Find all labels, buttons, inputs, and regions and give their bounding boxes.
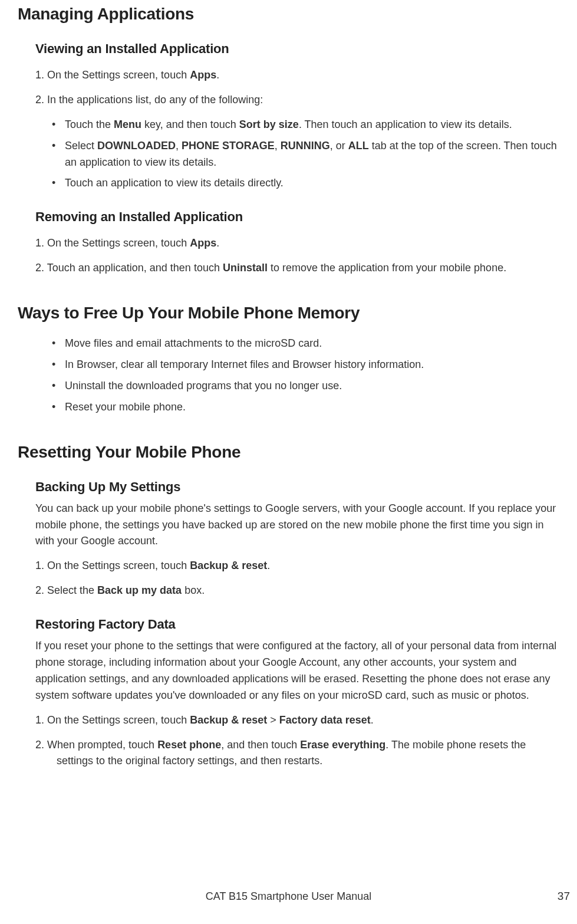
bullet-item: Reset your mobile phone. xyxy=(50,399,559,416)
bullet-text: , xyxy=(176,140,182,152)
step-text: . xyxy=(216,69,219,81)
bold-phone-storage: PHONE STORAGE xyxy=(182,140,275,152)
step-text: 1. On the Settings screen, touch xyxy=(35,69,190,81)
bullet-text: key, and then touch xyxy=(141,119,239,130)
heading-managing-applications: Managing Applications xyxy=(18,5,559,24)
viewing-step-1: 1. On the Settings screen, touch Apps. xyxy=(35,67,559,84)
heading-backup-settings: Backing Up My Settings xyxy=(35,479,559,495)
bullet-text: , xyxy=(275,140,281,152)
bold-backup-my-data: Back up my data xyxy=(97,584,182,596)
step-text: to remove the application from your mobi… xyxy=(268,262,506,274)
viewing-step-2: 2. In the applications list, do any of t… xyxy=(35,92,559,108)
backup-step-2: 2. Select the Back up my data box. xyxy=(35,583,559,599)
heading-resetting-phone: Resetting Your Mobile Phone xyxy=(18,443,559,462)
step-text: 2. Select the xyxy=(35,584,97,596)
removing-step-1: 1. On the Settings screen, touch Apps. xyxy=(35,235,559,252)
step-text: 1. On the Settings screen, touch xyxy=(35,560,190,571)
removing-step-2: 2. Touch an application, and then touch … xyxy=(35,260,559,277)
bullet-item: Touch the Menu key, and then touch Sort … xyxy=(50,117,559,133)
heading-restore-factory: Restoring Factory Data xyxy=(35,617,559,632)
bullet-text: Touch the xyxy=(65,119,114,130)
bold-sort-by-size: Sort by size xyxy=(239,119,299,130)
bold-all: ALL xyxy=(348,140,369,152)
bold-backup-reset: Backup & reset xyxy=(190,560,267,571)
step-text: box. xyxy=(182,584,205,596)
step-text: . xyxy=(267,560,270,571)
bold-apps: Apps xyxy=(190,237,216,249)
footer: CAT B15 Smartphone User Manual xyxy=(0,890,577,903)
step-text: 2. Touch an application, and then touch xyxy=(35,262,223,274)
step-text: 1. On the Settings screen, touch xyxy=(35,237,190,249)
bullet-text: , or xyxy=(330,140,348,152)
step-text: , and then touch xyxy=(221,739,300,751)
viewing-bullets: Touch the Menu key, and then touch Sort … xyxy=(50,117,559,192)
bold-apps: Apps xyxy=(190,69,216,81)
backup-paragraph: You can back up your mobile phone's sett… xyxy=(35,501,559,550)
restore-paragraph: If you reset your phone to the settings … xyxy=(35,638,559,704)
bullet-text: . Then touch an application to view its … xyxy=(299,119,512,130)
step-text: . xyxy=(216,237,219,249)
page-number: 37 xyxy=(558,890,570,903)
bullet-text: Touch an application to view its details… xyxy=(65,177,283,189)
step-text: 2. When prompted, touch xyxy=(35,739,157,751)
bold-backup-reset: Backup & reset xyxy=(190,714,267,726)
ways-bullets: Move files and email attachments to the … xyxy=(50,336,559,416)
bold-factory-data-reset: Factory data reset xyxy=(279,714,371,726)
bold-reset-phone: Reset phone xyxy=(157,739,221,751)
backup-step-1: 1. On the Settings screen, touch Backup … xyxy=(35,558,559,574)
bullet-item: Uninstall the downloaded programs that y… xyxy=(50,378,559,394)
footer-text: CAT B15 Smartphone User Manual xyxy=(206,890,371,903)
heading-viewing-installed: Viewing an Installed Application xyxy=(35,41,559,57)
heading-free-memory: Ways to Free Up Your Mobile Phone Memory xyxy=(18,304,559,323)
bullet-item: Move files and email attachments to the … xyxy=(50,336,559,352)
step-text: 1. On the Settings screen, touch xyxy=(35,714,190,726)
restore-step-2: 2. When prompted, touch Reset phone, and… xyxy=(35,737,559,770)
bold-erase-everything: Erase everything xyxy=(300,739,385,751)
bold-uninstall: Uninstall xyxy=(223,262,268,274)
step-text: . xyxy=(371,714,374,726)
restore-step-1: 1. On the Settings screen, touch Backup … xyxy=(35,712,559,729)
bold-running: RUNNING xyxy=(281,140,330,152)
step-text: > xyxy=(267,714,279,726)
bullet-item: Touch an application to view its details… xyxy=(50,175,559,192)
bullet-text: Select xyxy=(65,140,97,152)
heading-removing-installed: Removing an Installed Application xyxy=(35,209,559,225)
bold-menu: Menu xyxy=(114,119,141,130)
bold-downloaded: DOWNLOADED xyxy=(97,140,176,152)
bullet-item: In Browser, clear all temporary Internet… xyxy=(50,357,559,373)
bullet-item: Select DOWNLOADED, PHONE STORAGE, RUNNIN… xyxy=(50,138,559,171)
